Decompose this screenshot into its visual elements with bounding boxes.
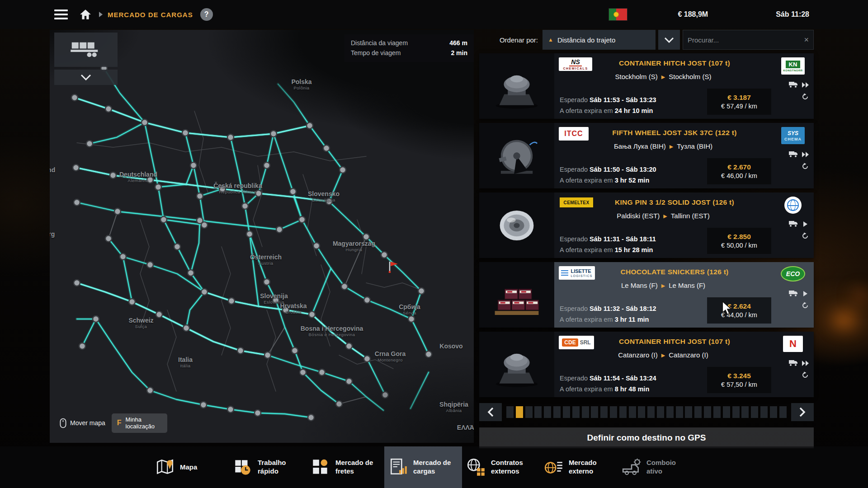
page-block[interactable] [704, 406, 711, 418]
city-dot[interactable] [319, 369, 325, 375]
page-block[interactable] [516, 406, 523, 418]
cargo-offer-card[interactable]: CEMELTEX KING PIN 3 1/2 SOLID JOST (126 … [479, 192, 814, 258]
city-dot[interactable] [364, 356, 370, 362]
sort-dropdown[interactable]: ▲ Distância do trajeto [542, 30, 656, 50]
page-block[interactable] [760, 406, 768, 418]
world-map[interactable]: PolskaPolôniaDeutschlandAlemanhaČeská re… [50, 30, 474, 443]
city-dot[interactable] [74, 199, 80, 206]
my-location-button[interactable]: F Minha localização [112, 413, 167, 433]
city-dot[interactable] [246, 231, 253, 237]
page-block[interactable] [506, 406, 514, 418]
city-dot[interactable] [270, 131, 277, 137]
nav-item-map[interactable]: Mapa [151, 446, 229, 488]
page-block[interactable] [676, 406, 683, 418]
city-dot[interactable] [200, 402, 207, 408]
map-canvas[interactable] [50, 30, 474, 443]
city-dot[interactable] [363, 234, 369, 240]
city-dot[interactable] [299, 216, 305, 223]
trailer-view-button[interactable] [54, 33, 118, 67]
page-block[interactable] [770, 406, 777, 418]
page-block[interactable] [525, 406, 533, 418]
city-dot[interactable] [336, 401, 342, 407]
city-dot[interactable] [255, 190, 262, 197]
city-dot[interactable] [300, 369, 306, 375]
city-dot[interactable] [227, 406, 234, 413]
city-dot[interactable] [340, 167, 346, 173]
city-dot[interactable] [110, 172, 116, 178]
city-dot[interactable] [219, 186, 226, 192]
menu-icon[interactable] [54, 9, 68, 19]
page-block[interactable] [534, 406, 542, 418]
city-dot[interactable] [71, 94, 78, 101]
next-page-button[interactable] [791, 403, 814, 421]
city-dot[interactable] [114, 208, 121, 215]
city-dot[interactable] [105, 235, 112, 242]
city-dot[interactable] [313, 243, 320, 249]
city-dot[interactable] [381, 252, 387, 258]
page-block[interactable] [713, 406, 721, 418]
city-dot[interactable] [174, 244, 180, 250]
city-dot[interactable] [382, 392, 388, 398]
city-dot[interactable] [188, 270, 194, 276]
city-dot[interactable] [142, 119, 148, 126]
page-block[interactable] [553, 406, 561, 418]
page-block[interactable] [779, 406, 787, 418]
page-block[interactable] [610, 406, 617, 418]
city-dot[interactable] [147, 262, 153, 268]
city-dot[interactable] [120, 253, 126, 260]
city-dot[interactable] [309, 311, 315, 318]
city-dot[interactable] [425, 351, 432, 357]
city-dot[interactable] [307, 122, 313, 129]
city-dot[interactable] [182, 130, 189, 136]
page-block[interactable] [732, 406, 740, 418]
page-block[interactable] [741, 406, 749, 418]
nav-item-freight-market[interactable]: Mercado de fretes [307, 446, 384, 488]
city-dot[interactable] [147, 177, 153, 183]
page-block[interactable] [600, 406, 608, 418]
city-dot[interactable] [364, 297, 370, 303]
page-block[interactable] [685, 406, 692, 418]
city-dot[interactable] [74, 280, 80, 286]
cargo-offer-card[interactable]: LISETTELOGISTICS CHOCOLATE SNICKERS (126… [479, 262, 814, 328]
city-dot[interactable] [255, 410, 261, 416]
city-dot[interactable] [292, 347, 298, 354]
page-block[interactable] [694, 406, 702, 418]
page-block[interactable] [666, 406, 674, 418]
page-block[interactable] [563, 406, 570, 418]
city-dot[interactable] [105, 106, 112, 112]
page-block[interactable] [572, 406, 580, 418]
city-dot[interactable] [264, 352, 271, 358]
prev-page-button[interactable] [479, 403, 502, 421]
city-dot[interactable] [283, 307, 289, 313]
city-dot[interactable] [276, 226, 283, 233]
page-block[interactable] [638, 406, 645, 418]
sort-dropdown-chevron-button[interactable] [658, 30, 680, 50]
city-dot[interactable] [341, 283, 348, 290]
search-input[interactable] [688, 36, 804, 44]
nav-item-cargo-market[interactable]: Mercado de cargas [384, 446, 462, 488]
nav-item-quick-job[interactable]: Trabalho rápido [229, 446, 307, 488]
clear-search-icon[interactable]: × [804, 35, 809, 45]
cargo-offer-card[interactable]: NSCHEMICALS CONTAINER HITCH JOST (107 t)… [479, 53, 814, 119]
city-dot[interactable] [160, 216, 167, 223]
city-dot[interactable] [228, 298, 235, 304]
city-dot[interactable] [155, 184, 161, 190]
city-dot[interactable] [183, 325, 189, 331]
page-block[interactable] [647, 406, 655, 418]
page-block[interactable] [657, 406, 664, 418]
city-dot[interactable] [93, 316, 99, 322]
city-dot[interactable] [197, 193, 203, 199]
city-dot[interactable] [346, 343, 352, 349]
city-dot[interactable] [290, 188, 296, 195]
city-dot[interactable] [237, 347, 244, 354]
city-dot[interactable] [86, 141, 93, 147]
nav-item-active-convoy[interactable]: Comboio ativo [618, 446, 695, 488]
page-block[interactable] [619, 406, 627, 418]
page-block[interactable] [591, 406, 598, 418]
city-dot[interactable] [201, 289, 208, 295]
city-dot[interactable] [418, 288, 425, 294]
city-dot[interactable] [264, 279, 270, 285]
city-dot[interactable] [73, 164, 79, 171]
page-block[interactable] [544, 406, 551, 418]
home-icon[interactable] [80, 9, 91, 20]
